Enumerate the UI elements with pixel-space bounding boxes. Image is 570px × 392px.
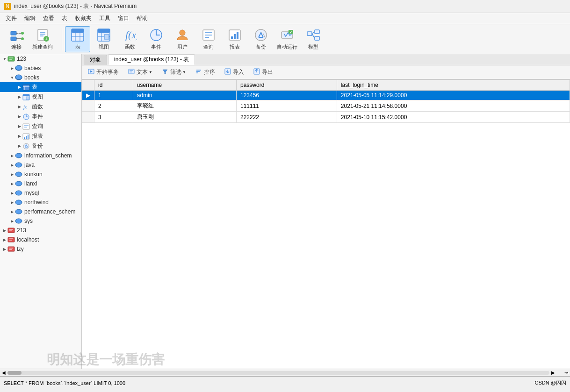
svg-point-48 xyxy=(15,65,22,70)
cell-id-3: 3 xyxy=(94,112,133,123)
sidebar-conn-lzy[interactable]: ▶ lzy xyxy=(0,244,81,254)
table-row[interactable]: 2 李晓红 111111 2021-05-21 11:14:58.0000 xyxy=(82,100,570,112)
svg-text:+: + xyxy=(45,36,48,42)
sidebar-db-mysql[interactable]: ▶ mysql xyxy=(0,188,81,198)
sidebar-item-event[interactable]: ▶ 事件 xyxy=(0,112,81,121)
svg-rect-0 xyxy=(11,31,16,35)
toolbar-report-icon xyxy=(227,28,242,43)
begin-trans-label: 开始事务 xyxy=(96,68,119,76)
expand-mysql-arrow: ▶ xyxy=(9,190,15,196)
horizontal-scrollbar[interactable]: ◀ ▶ ⇥ xyxy=(0,369,570,376)
scroll-track[interactable] xyxy=(7,371,549,375)
col-header-username[interactable]: username xyxy=(133,80,236,91)
toolbar-user-button[interactable]: 用户 xyxy=(170,26,195,52)
scroll-thumb[interactable] xyxy=(7,371,22,375)
menu-edit[interactable]: 编辑 xyxy=(21,14,39,23)
import-button[interactable]: 导入 xyxy=(220,67,248,78)
filter-button[interactable]: 筛选 ▼ xyxy=(158,67,190,78)
begin-trans-button[interactable]: 开始事务 xyxy=(84,67,123,78)
new-query-button[interactable]: + 新建查询 xyxy=(30,26,55,52)
sidebar-conn-123[interactable]: ▼ 123 xyxy=(0,54,81,64)
toolbar-report-button[interactable]: 报表 xyxy=(222,26,247,52)
scroll-right-arrow[interactable]: ▶ xyxy=(551,370,555,375)
svg-line-42 xyxy=(312,32,315,34)
results-table: id username password last_login_time ▶ 1… xyxy=(82,79,570,123)
sort-button[interactable]: 排序 xyxy=(191,67,219,78)
view-icon xyxy=(22,93,30,101)
db-northwind-label: northwind xyxy=(24,199,49,206)
sidebar-item-view[interactable]: ▶ 视图 xyxy=(0,92,81,102)
table-row[interactable]: ▶ 1 admin 123456 2021-05-05 11:14:29.000… xyxy=(82,91,570,100)
function-label: 函数 xyxy=(32,103,43,111)
cell-id-2: 2 xyxy=(94,100,133,112)
sidebar-db-lianxi[interactable]: ▶ lianxi xyxy=(0,179,81,188)
toolbar-table-button[interactable]: 表 xyxy=(65,26,90,52)
svg-line-43 xyxy=(312,34,315,38)
menu-favorites[interactable]: 收藏夹 xyxy=(71,14,95,23)
cell-username-1: admin xyxy=(133,91,236,100)
toolbar-backup-button[interactable]: 备份 xyxy=(248,26,274,52)
toolbar-event-button[interactable]: 事件 xyxy=(144,26,169,52)
svg-rect-87 xyxy=(129,69,134,74)
sidebar-db-performance[interactable]: ▶ performance_schem xyxy=(0,207,81,216)
db-kunkun-label: kunkun xyxy=(24,171,43,178)
col-header-last-login[interactable]: last_login_time xyxy=(337,80,570,91)
sidebar-db-northwind[interactable]: ▶ northwind xyxy=(0,198,81,207)
text-dropdown-icon[interactable]: ▼ xyxy=(149,70,152,74)
expand-info-arrow: ▶ xyxy=(9,153,15,158)
connect-icon: + xyxy=(9,28,24,43)
report-icon xyxy=(22,133,30,140)
query-label: 查询 xyxy=(32,122,43,130)
menu-window[interactable]: 窗口 xyxy=(114,14,133,23)
sidebar-item-report[interactable]: ▶ 报表 xyxy=(0,131,81,141)
sidebar-item-function[interactable]: ▶ fx 函数 xyxy=(0,102,81,112)
begin-trans-icon xyxy=(88,68,94,76)
sidebar-db-sys[interactable]: ▶ sys xyxy=(0,216,81,226)
sidebar-item-table[interactable]: ▶ 表 xyxy=(0,82,81,92)
toolbar-model-icon xyxy=(306,28,321,43)
text-button[interactable]: 文本 ▼ xyxy=(124,67,157,78)
sidebar-item-backup[interactable]: ▶ 备份 xyxy=(0,141,81,151)
sidebar-conn-213[interactable]: ▶ 213 xyxy=(0,226,81,235)
sidebar-db-books[interactable]: ▼ books xyxy=(0,73,81,82)
sidebar-item-query[interactable]: ▶ 查询 xyxy=(0,121,81,131)
svg-rect-65 xyxy=(28,135,29,139)
status-bar: SELECT * FROM `books`.`index_user` LIMIT… xyxy=(0,376,570,389)
connect-button[interactable]: + 连接 xyxy=(4,26,29,52)
toolbar-model-button[interactable]: 模型 xyxy=(301,26,326,52)
conn-localhost-label: localhost xyxy=(17,236,39,243)
svg-rect-44 xyxy=(8,57,14,61)
title-bar: N index_user @books (123) - 表 - Navicat … xyxy=(0,0,570,13)
sidebar-db-kunkun[interactable]: ▶ kunkun xyxy=(0,170,81,179)
menu-table[interactable]: 表 xyxy=(58,14,71,23)
scroll-left-arrow[interactable]: ◀ xyxy=(2,370,6,375)
scroll-end-button[interactable]: ⇥ xyxy=(564,370,568,375)
sidebar-db-babies[interactable]: ▶ babies xyxy=(0,64,81,73)
toolbar-function-button[interactable]: f(x) 函数 xyxy=(117,26,143,52)
export-button[interactable]: 导出 xyxy=(249,67,277,78)
menu-file[interactable]: 文件 xyxy=(2,14,21,23)
sidebar-conn-localhost[interactable]: ▶ localhost xyxy=(0,235,81,244)
expand-query-arrow: ▶ xyxy=(17,124,22,129)
backup-icon xyxy=(22,143,30,150)
filter-dropdown-icon[interactable]: ▼ xyxy=(182,70,186,74)
toolbar-autorun-button[interactable]: ✓ 自动运行 xyxy=(274,26,300,52)
text-icon xyxy=(128,68,135,76)
toolbar-query-button[interactable]: 查询 xyxy=(196,26,221,52)
tab-objects[interactable]: 对象 xyxy=(84,55,107,65)
tab-table-view[interactable]: index_user @books (123) - 表 xyxy=(108,54,195,65)
db-northwind-icon xyxy=(15,199,22,206)
menu-tools[interactable]: 工具 xyxy=(95,14,114,23)
toolbar-sep-1 xyxy=(62,28,62,50)
sidebar-db-information[interactable]: ▶ information_schem xyxy=(0,151,81,160)
svg-text:+: + xyxy=(17,31,20,35)
col-header-id[interactable]: id xyxy=(94,80,133,91)
menu-view[interactable]: 查看 xyxy=(39,14,58,23)
export-label: 导出 xyxy=(262,68,273,76)
table-row[interactable]: 3 唐玉刚 222222 2021-05-10 11:15:42.0000 xyxy=(82,112,570,123)
col-header-password[interactable]: password xyxy=(237,80,337,91)
sidebar-db-java[interactable]: ▶ java xyxy=(0,160,81,170)
menu-help[interactable]: 帮助 xyxy=(133,14,152,23)
toolbar-view-button[interactable]: 视图 xyxy=(91,26,116,52)
cell-password-3: 222222 xyxy=(237,112,337,123)
